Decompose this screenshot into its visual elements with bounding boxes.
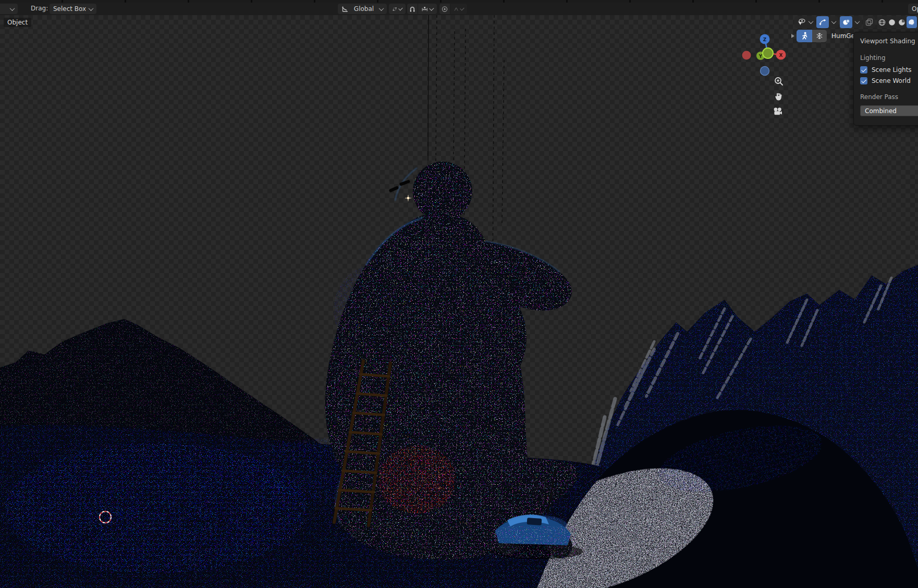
increment-ruler-icon — [422, 6, 427, 13]
object-menu-label: Object — [7, 19, 28, 26]
overlays-dropdown[interactable] — [852, 16, 862, 28]
axis-front-ball[interactable] — [763, 48, 773, 58]
dot-circle-icon — [442, 6, 448, 13]
chevron-down-icon — [10, 6, 15, 11]
render-pass-value: Combined — [865, 107, 897, 115]
curved-arrow-icon — [819, 19, 826, 26]
gizmos-control — [816, 16, 838, 28]
svg-text:Z: Z — [763, 37, 767, 42]
material-sphere-icon — [898, 19, 905, 26]
shading-rendered-button[interactable] — [907, 16, 917, 28]
axis-neg-z-ball[interactable] — [761, 67, 769, 76]
overlapping-squares-icon — [865, 18, 873, 26]
pivot-point-dropdown[interactable] — [389, 4, 406, 14]
lighting-section-label: Lighting — [860, 54, 918, 62]
render-pass-section-label: Render Pass — [860, 93, 918, 101]
eye-cursor-icon — [797, 18, 806, 26]
xray-toggle[interactable] — [863, 16, 875, 28]
shading-material-button[interactable] — [897, 16, 907, 28]
solid-sphere-icon — [888, 19, 896, 26]
magnet-icon — [409, 6, 415, 13]
chevron-down-icon — [460, 6, 464, 10]
chevron-down-icon — [398, 6, 402, 10]
axis-neg-x-ball[interactable] — [742, 51, 751, 60]
shading-mode-group — [877, 16, 917, 28]
chevron-down-icon — [379, 6, 384, 11]
armature-object-button[interactable] — [797, 30, 812, 42]
zoom-button[interactable] — [774, 76, 784, 87]
wireframe-globe-icon — [878, 19, 886, 26]
render-pass-select[interactable]: Combined — [860, 105, 918, 116]
overlays-control — [840, 16, 862, 28]
3d-viewport[interactable]: Object — [0, 15, 918, 588]
axis-x-ball[interactable]: X — [776, 50, 786, 60]
overlays-toggle[interactable] — [840, 16, 852, 28]
chevron-down-icon — [831, 19, 836, 24]
viewport-shading-popover: Viewport Shading Lighting Scene Lights S… — [853, 32, 918, 126]
scene-world-label: Scene World — [872, 77, 911, 84]
svg-text:Y: Y — [758, 54, 763, 59]
scene-lights-checkbox[interactable] — [860, 66, 867, 74]
tool-settings-toolbar: Drag: Select Box Global — [0, 3, 918, 15]
orbit-dots-icon — [393, 6, 397, 13]
eyelash-objects — [389, 179, 411, 192]
select-tool-value: Select Box — [53, 5, 86, 13]
scene-world-row: Scene World — [860, 77, 918, 84]
rendered-sphere-icon — [908, 19, 915, 26]
scene-lights-row: Scene Lights — [860, 66, 918, 74]
options-label: Options — [912, 5, 918, 13]
chevron-down-icon — [430, 6, 434, 10]
gizmos-toggle[interactable] — [816, 16, 829, 28]
transform-orientation-dropdown[interactable]: Global — [338, 4, 387, 14]
proportional-editing-toggle[interactable] — [439, 4, 450, 14]
orientation-value: Global — [354, 5, 374, 13]
camera-view-button[interactable] — [773, 106, 783, 117]
chevron-down-icon — [89, 6, 94, 11]
popover-title: Viewport Shading — [860, 38, 918, 45]
pan-hand-button[interactable] — [774, 91, 784, 102]
running-person-icon — [801, 32, 809, 40]
axes-icon — [341, 6, 348, 13]
particles-modifier-button[interactable] — [812, 30, 827, 42]
bell-curve-icon — [454, 6, 458, 13]
gizmos-dropdown[interactable] — [829, 16, 838, 28]
visibility-dropdown[interactable] — [794, 16, 815, 28]
scene-world-checkbox[interactable] — [860, 77, 867, 84]
snowflake-icon — [816, 32, 823, 40]
proportional-falloff-dropdown[interactable] — [450, 4, 467, 14]
chevron-down-icon — [809, 19, 814, 24]
axis-z-ball[interactable]: Z — [760, 34, 770, 44]
options-button[interactable]: Options — [908, 4, 918, 14]
active-object-breadcrumb: HumGen — [791, 29, 859, 43]
snap-target-dropdown[interactable] — [418, 4, 437, 14]
expand-arrow-icon[interactable] — [791, 34, 794, 38]
navigation-axis-gizmo[interactable]: Y Z X — [740, 29, 790, 78]
snap-toggle[interactable] — [407, 4, 418, 14]
sparkle — [405, 195, 411, 201]
svg-text:X: X — [779, 53, 783, 58]
overlapping-spheres-icon — [842, 19, 850, 26]
mode-dropdown-truncated[interactable] — [0, 4, 18, 14]
scene-lights-label: Scene Lights — [872, 66, 912, 74]
drag-label: Drag: — [31, 5, 48, 12]
select-tool-dropdown[interactable]: Select Box — [50, 4, 96, 14]
shading-wireframe-button[interactable] — [877, 16, 887, 28]
shading-solid-button[interactable] — [887, 16, 897, 28]
chevron-down-icon — [854, 19, 860, 24]
object-menu[interactable]: Object — [4, 18, 31, 27]
